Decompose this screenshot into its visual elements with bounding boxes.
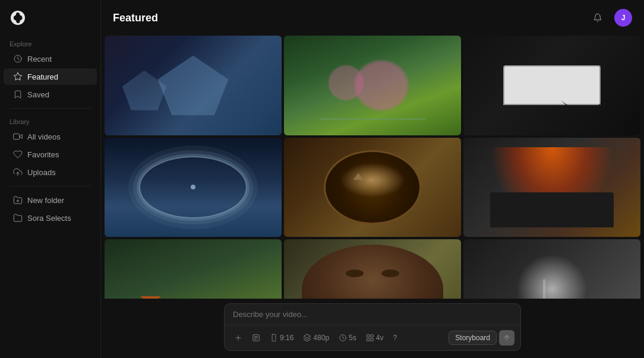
notification-button[interactable] — [588, 8, 607, 27]
sidebar-divider-2 — [10, 186, 91, 186]
sidebar-item-sora-selects[interactable]: Sora Selects — [4, 210, 97, 226]
svg-marker-14 — [304, 334, 311, 338]
heart-icon — [13, 150, 23, 159]
storyboard-button[interactable]: Storyboard — [449, 331, 497, 345]
clock-small-icon — [339, 334, 347, 342]
header-icons: J — [588, 8, 632, 27]
video-grid — [105, 36, 640, 299]
video-card-5[interactable] — [284, 138, 461, 237]
sidebar-item-uploads[interactable]: Uploads — [4, 164, 97, 180]
video-card-9[interactable] — [463, 239, 640, 299]
page-title: Featured — [113, 12, 158, 24]
svg-rect-18 — [367, 338, 370, 341]
video-card-4[interactable] — [105, 138, 282, 237]
add-button[interactable] — [231, 332, 246, 344]
send-button[interactable] — [499, 330, 514, 346]
avatar[interactable]: J — [614, 9, 632, 27]
storyboard-label: Storyboard — [455, 334, 490, 342]
svg-rect-19 — [371, 338, 373, 341]
main-content: Featured J — [101, 0, 644, 358]
library-section-label: Library — [0, 113, 100, 128]
aspect-ratio-button[interactable]: 9:16 — [266, 332, 297, 344]
text-icon — [252, 334, 260, 342]
prompt-input-row — [225, 304, 520, 325]
duration-button[interactable]: 5s — [335, 332, 360, 344]
plus-icon — [234, 334, 242, 342]
prompt-bar-container: 9:16 480p 5s — [101, 299, 644, 358]
sidebar-item-new-folder-label: New folder — [27, 196, 64, 205]
prompt-input[interactable] — [233, 310, 512, 319]
star-icon — [13, 72, 23, 81]
bookmark-icon — [13, 90, 23, 99]
sidebar-item-recent[interactable]: Recent — [4, 50, 97, 67]
sidebar-item-favorites[interactable]: Favorites — [4, 146, 97, 163]
svg-rect-3 — [14, 134, 20, 139]
phone-icon — [270, 334, 278, 342]
folder-plus-icon — [13, 195, 23, 205]
svg-marker-1 — [14, 72, 21, 80]
laptop-element — [503, 65, 601, 105]
main-header: Featured J — [101, 0, 644, 36]
sidebar-item-favorites-label: Favorites — [27, 150, 59, 159]
folder-icon — [13, 213, 23, 223]
sidebar-item-all-videos[interactable]: All videos — [4, 128, 97, 145]
sidebar-item-featured-label: Featured — [27, 72, 58, 81]
svg-marker-2 — [20, 135, 23, 139]
sidebar: Explore Recent Featured Saved Library — [0, 0, 101, 358]
bell-icon — [593, 13, 602, 23]
video-card-1[interactable] — [105, 36, 282, 135]
video-card-8[interactable] — [284, 239, 461, 299]
sidebar-item-recent-label: Recent — [27, 55, 52, 64]
variant-label: 4v — [376, 334, 384, 342]
svg-rect-13 — [272, 334, 276, 341]
dandelion-element — [516, 254, 587, 299]
app-container: Explore Recent Featured Saved Library — [0, 0, 644, 358]
svg-rect-16 — [367, 335, 370, 337]
video-card-6[interactable] — [463, 138, 640, 237]
sidebar-divider-1 — [10, 108, 91, 109]
prompt-toolbar: 9:16 480p 5s — [225, 325, 520, 350]
sidebar-item-saved-label: Saved — [27, 90, 49, 99]
layers-icon — [303, 334, 311, 342]
send-icon — [503, 334, 511, 342]
grid-icon — [366, 334, 374, 342]
video-icon — [13, 132, 23, 141]
explore-section-label: Explore — [0, 36, 100, 50]
video-card-7[interactable] — [105, 239, 282, 299]
video-card-3[interactable] — [463, 36, 640, 135]
variant-button[interactable]: 4v — [362, 332, 387, 344]
coffee-element — [324, 150, 421, 225]
monkey-element — [302, 245, 443, 299]
duration-label: 5s — [349, 334, 356, 342]
prompt-bar: 9:16 480p 5s — [224, 303, 521, 351]
sidebar-item-featured[interactable]: Featured — [4, 68, 97, 85]
video-card-2[interactable] — [284, 36, 461, 135]
help-label: ? — [393, 334, 397, 342]
sidebar-item-sora-selects-label: Sora Selects — [27, 214, 71, 223]
resolution-button[interactable]: 480p — [299, 332, 333, 344]
upload-icon — [13, 167, 23, 177]
sidebar-item-all-videos-label: All videos — [27, 132, 61, 141]
sidebar-item-saved[interactable]: Saved — [4, 86, 97, 103]
sidebar-item-uploads-label: Uploads — [27, 168, 56, 177]
svg-rect-17 — [371, 335, 373, 337]
aspect-ratio-label: 9:16 — [280, 334, 293, 342]
text-format-button[interactable] — [248, 332, 264, 344]
logo-area — [0, 7, 100, 36]
resolution-label: 480p — [313, 334, 329, 342]
video-grid-area — [101, 36, 644, 299]
help-button[interactable]: ? — [389, 332, 400, 344]
clock-icon — [13, 54, 23, 64]
sidebar-item-new-folder[interactable]: New folder — [4, 192, 97, 208]
openai-logo — [10, 9, 26, 26]
